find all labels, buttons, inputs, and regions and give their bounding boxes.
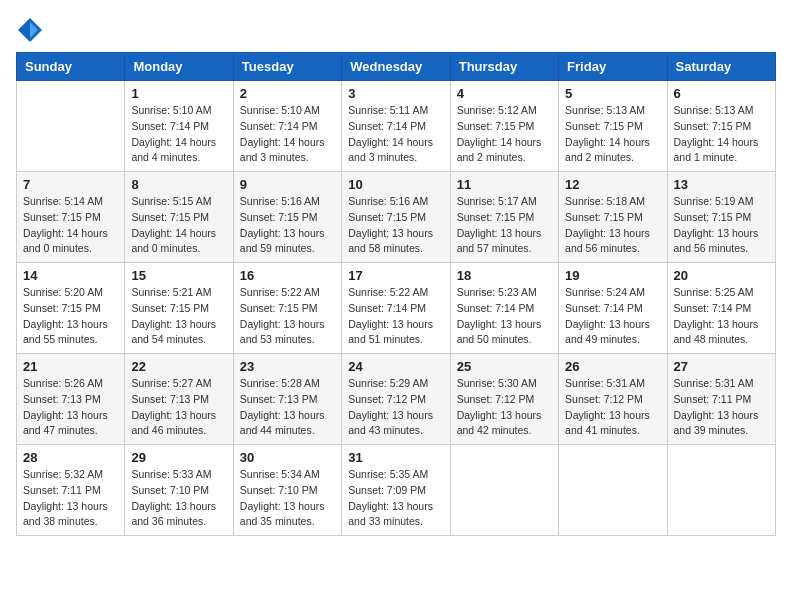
day-detail: Sunrise: 5:10 AMSunset: 7:14 PMDaylight:… bbox=[240, 103, 335, 166]
day-detail-line: Daylight: 13 hours bbox=[457, 226, 552, 242]
day-detail: Sunrise: 5:27 AMSunset: 7:13 PMDaylight:… bbox=[131, 376, 226, 439]
day-detail-line: Sunrise: 5:17 AM bbox=[457, 194, 552, 210]
day-detail-line: and 1 minute. bbox=[674, 150, 769, 166]
day-detail: Sunrise: 5:16 AMSunset: 7:15 PMDaylight:… bbox=[348, 194, 443, 257]
calendar-cell: 23Sunrise: 5:28 AMSunset: 7:13 PMDayligh… bbox=[233, 354, 341, 445]
day-detail-line: and 56 minutes. bbox=[565, 241, 660, 257]
day-detail-line: Daylight: 14 hours bbox=[565, 135, 660, 151]
day-detail-line: Sunrise: 5:33 AM bbox=[131, 467, 226, 483]
calendar-row: 28Sunrise: 5:32 AMSunset: 7:11 PMDayligh… bbox=[17, 445, 776, 536]
day-detail-line: and 3 minutes. bbox=[240, 150, 335, 166]
day-detail-line: Sunrise: 5:27 AM bbox=[131, 376, 226, 392]
day-detail-line: Daylight: 14 hours bbox=[674, 135, 769, 151]
day-detail: Sunrise: 5:11 AMSunset: 7:14 PMDaylight:… bbox=[348, 103, 443, 166]
day-detail-line: Sunset: 7:15 PM bbox=[674, 119, 769, 135]
day-number: 6 bbox=[674, 86, 769, 101]
page-header bbox=[16, 16, 776, 44]
day-number: 26 bbox=[565, 359, 660, 374]
day-detail-line: Sunset: 7:12 PM bbox=[348, 392, 443, 408]
day-number: 23 bbox=[240, 359, 335, 374]
weekday-header: Saturday bbox=[667, 53, 775, 81]
day-detail: Sunrise: 5:10 AMSunset: 7:14 PMDaylight:… bbox=[131, 103, 226, 166]
day-detail-line: Sunrise: 5:21 AM bbox=[131, 285, 226, 301]
day-detail-line: and 3 minutes. bbox=[348, 150, 443, 166]
day-detail-line: Sunrise: 5:28 AM bbox=[240, 376, 335, 392]
day-detail-line: Daylight: 13 hours bbox=[240, 499, 335, 515]
day-detail-line: Daylight: 13 hours bbox=[131, 317, 226, 333]
day-detail-line: and 33 minutes. bbox=[348, 514, 443, 530]
day-detail-line: Sunrise: 5:14 AM bbox=[23, 194, 118, 210]
day-detail: Sunrise: 5:15 AMSunset: 7:15 PMDaylight:… bbox=[131, 194, 226, 257]
day-number: 19 bbox=[565, 268, 660, 283]
calendar-cell bbox=[450, 445, 558, 536]
calendar-cell: 25Sunrise: 5:30 AMSunset: 7:12 PMDayligh… bbox=[450, 354, 558, 445]
day-detail: Sunrise: 5:29 AMSunset: 7:12 PMDaylight:… bbox=[348, 376, 443, 439]
day-detail-line: Sunrise: 5:10 AM bbox=[131, 103, 226, 119]
day-detail-line: Sunrise: 5:13 AM bbox=[674, 103, 769, 119]
day-detail-line: Daylight: 13 hours bbox=[240, 317, 335, 333]
day-detail-line: and 4 minutes. bbox=[131, 150, 226, 166]
day-detail-line: and 35 minutes. bbox=[240, 514, 335, 530]
day-number: 27 bbox=[674, 359, 769, 374]
day-detail-line: Sunrise: 5:30 AM bbox=[457, 376, 552, 392]
day-detail-line: Daylight: 13 hours bbox=[674, 408, 769, 424]
calendar-cell: 12Sunrise: 5:18 AMSunset: 7:15 PMDayligh… bbox=[559, 172, 667, 263]
day-number: 5 bbox=[565, 86, 660, 101]
logo-icon bbox=[16, 16, 44, 44]
calendar-cell: 15Sunrise: 5:21 AMSunset: 7:15 PMDayligh… bbox=[125, 263, 233, 354]
day-detail-line: and 41 minutes. bbox=[565, 423, 660, 439]
day-detail-line: Sunrise: 5:24 AM bbox=[565, 285, 660, 301]
weekday-header: Thursday bbox=[450, 53, 558, 81]
day-detail: Sunrise: 5:13 AMSunset: 7:15 PMDaylight:… bbox=[674, 103, 769, 166]
calendar-cell: 28Sunrise: 5:32 AMSunset: 7:11 PMDayligh… bbox=[17, 445, 125, 536]
day-detail-line: and 56 minutes. bbox=[674, 241, 769, 257]
day-detail: Sunrise: 5:23 AMSunset: 7:14 PMDaylight:… bbox=[457, 285, 552, 348]
day-detail-line: and 0 minutes. bbox=[131, 241, 226, 257]
day-detail-line: Sunrise: 5:29 AM bbox=[348, 376, 443, 392]
calendar-cell: 26Sunrise: 5:31 AMSunset: 7:12 PMDayligh… bbox=[559, 354, 667, 445]
day-detail-line: Sunrise: 5:32 AM bbox=[23, 467, 118, 483]
day-detail-line: Sunset: 7:15 PM bbox=[565, 119, 660, 135]
day-detail-line: Sunset: 7:09 PM bbox=[348, 483, 443, 499]
day-detail: Sunrise: 5:28 AMSunset: 7:13 PMDaylight:… bbox=[240, 376, 335, 439]
day-detail-line: Sunset: 7:10 PM bbox=[131, 483, 226, 499]
day-detail-line: Sunrise: 5:22 AM bbox=[240, 285, 335, 301]
day-detail-line: Daylight: 13 hours bbox=[457, 317, 552, 333]
calendar-cell: 6Sunrise: 5:13 AMSunset: 7:15 PMDaylight… bbox=[667, 81, 775, 172]
day-detail-line: and 0 minutes. bbox=[23, 241, 118, 257]
day-number: 4 bbox=[457, 86, 552, 101]
calendar-table: SundayMondayTuesdayWednesdayThursdayFrid… bbox=[16, 52, 776, 536]
day-number: 22 bbox=[131, 359, 226, 374]
calendar-cell: 4Sunrise: 5:12 AMSunset: 7:15 PMDaylight… bbox=[450, 81, 558, 172]
day-number: 11 bbox=[457, 177, 552, 192]
weekday-header: Tuesday bbox=[233, 53, 341, 81]
day-detail-line: Daylight: 13 hours bbox=[348, 499, 443, 515]
day-detail-line: and 50 minutes. bbox=[457, 332, 552, 348]
day-detail-line: Daylight: 13 hours bbox=[674, 226, 769, 242]
day-number: 20 bbox=[674, 268, 769, 283]
day-detail-line: and 51 minutes. bbox=[348, 332, 443, 348]
calendar-cell bbox=[17, 81, 125, 172]
calendar-cell: 9Sunrise: 5:16 AMSunset: 7:15 PMDaylight… bbox=[233, 172, 341, 263]
day-detail-line: and 48 minutes. bbox=[674, 332, 769, 348]
calendar-cell: 13Sunrise: 5:19 AMSunset: 7:15 PMDayligh… bbox=[667, 172, 775, 263]
day-detail-line: Sunset: 7:10 PM bbox=[240, 483, 335, 499]
day-detail: Sunrise: 5:35 AMSunset: 7:09 PMDaylight:… bbox=[348, 467, 443, 530]
day-detail-line: and 53 minutes. bbox=[240, 332, 335, 348]
logo bbox=[16, 16, 48, 44]
day-number: 9 bbox=[240, 177, 335, 192]
day-detail-line: Daylight: 14 hours bbox=[131, 135, 226, 151]
day-detail-line: Daylight: 13 hours bbox=[674, 317, 769, 333]
day-number: 3 bbox=[348, 86, 443, 101]
day-number: 25 bbox=[457, 359, 552, 374]
day-detail-line: Daylight: 14 hours bbox=[23, 226, 118, 242]
day-detail: Sunrise: 5:31 AMSunset: 7:11 PMDaylight:… bbox=[674, 376, 769, 439]
day-detail-line: Sunset: 7:14 PM bbox=[565, 301, 660, 317]
day-detail-line: and 47 minutes. bbox=[23, 423, 118, 439]
day-detail: Sunrise: 5:17 AMSunset: 7:15 PMDaylight:… bbox=[457, 194, 552, 257]
day-detail-line: Sunrise: 5:34 AM bbox=[240, 467, 335, 483]
day-detail-line: and 38 minutes. bbox=[23, 514, 118, 530]
day-detail-line: Sunset: 7:14 PM bbox=[348, 301, 443, 317]
day-detail-line: Daylight: 13 hours bbox=[23, 499, 118, 515]
day-detail-line: and 44 minutes. bbox=[240, 423, 335, 439]
